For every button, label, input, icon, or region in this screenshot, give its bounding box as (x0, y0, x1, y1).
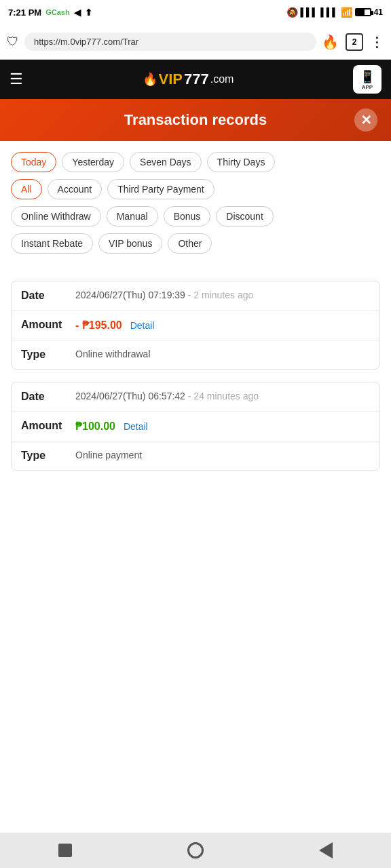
transaction-2-type-value: Online payment (75, 450, 370, 460)
transaction-1-amount: - ₱195.00 (75, 319, 122, 332)
nav-back-button[interactable] (312, 837, 339, 864)
transaction-1-type-row: Type Online withdrawal (12, 340, 379, 369)
modal-close-button[interactable]: ✕ (354, 108, 377, 132)
transaction-2-date-row: Date 2024/06/27(Thu) 06:57:42 - 24 minut… (12, 382, 379, 412)
upload-icon: ⬆ (85, 7, 92, 18)
modal-title: Transaction records (37, 111, 354, 129)
transaction-1-amount-label: Amount (21, 319, 75, 331)
battery-icon (355, 8, 371, 16)
app-download-badge[interactable]: 📱 APP (353, 65, 381, 94)
time-display: 7:21 PM (8, 7, 41, 18)
filter-third-party[interactable]: Third Party Payment (107, 179, 215, 199)
transaction-card-2: Date 2024/06/27(Thu) 06:57:42 - 24 minut… (11, 382, 380, 471)
url-bar[interactable]: https://m.0vip777.com/Trar (24, 33, 316, 51)
app-label: APP (362, 84, 373, 90)
tab-count[interactable]: 2 (346, 33, 363, 51)
transaction-2-timeago: - 24 minutes ago (188, 391, 259, 401)
transaction-1-date-label: Date (21, 290, 75, 302)
back-arrow-icon (319, 842, 333, 859)
transaction-2-date-label: Date (21, 391, 75, 403)
transaction-2-timestamp: 2024/06/27(Thu) 06:57:42 (75, 391, 185, 401)
date-filter-row: Today Yesterday Seven Days Thirty Days (11, 152, 380, 172)
transaction-1-type-value: Online withdrawal (75, 349, 370, 359)
nav-home-button[interactable] (182, 837, 209, 864)
transaction-1-detail-link[interactable]: Detail (130, 320, 155, 331)
filter-yesterday[interactable]: Yesterday (62, 152, 124, 172)
type-filter-row-1: All Account Third Party Payment (11, 179, 380, 199)
transaction-1-timeago: - 2 minutes ago (188, 290, 254, 300)
nav-square-button[interactable] (52, 837, 79, 864)
transaction-1-date-value: 2024/06/27(Thu) 07:19:39 - 2 minutes ago (75, 290, 370, 300)
shield-icon: 🛡 (7, 35, 19, 49)
location-icon: ◀ (74, 7, 81, 18)
transaction-1-amount-row: Amount - ₱195.00 Detail (12, 311, 379, 340)
filter-bonus[interactable]: Bonus (164, 206, 211, 226)
content-area: Today Yesterday Seven Days Thirty Days A… (0, 141, 391, 494)
transaction-2-detail-link[interactable]: Detail (124, 421, 148, 432)
transaction-2-amount-row: Amount ₱100.00 Detail (12, 412, 379, 441)
transaction-1-type-label: Type (21, 349, 75, 361)
signal2-icon: ▌▌▌ (320, 7, 338, 17)
transaction-2-amount-label: Amount (21, 420, 75, 432)
filter-account[interactable]: Account (48, 179, 103, 199)
filter-other[interactable]: Other (168, 233, 212, 254)
bottom-nav (0, 833, 391, 868)
type-filter-row-3: Instant Rebate VIP bonus Other (11, 233, 380, 254)
filter-all[interactable]: All (11, 179, 42, 199)
filter-discount[interactable]: Discount (216, 206, 273, 226)
logo-vip: VIP (159, 71, 183, 88)
filter-online-withdraw[interactable]: Online Withdraw (11, 206, 101, 226)
transaction-1-amount-value: - ₱195.00 Detail (75, 319, 370, 332)
phone-icon: 📱 (360, 69, 375, 84)
filter-seven-days[interactable]: Seven Days (130, 152, 201, 172)
transaction-1-timestamp: 2024/06/27(Thu) 07:19:39 (75, 290, 185, 300)
square-icon (58, 844, 72, 857)
filter-instant-rebate[interactable]: Instant Rebate (11, 233, 93, 254)
main-content: ☰ 🔥 VIP 777 .com 📱 APP Transaction recor… (0, 60, 391, 833)
circle-icon (187, 842, 204, 859)
transaction-card-1: Date 2024/06/27(Thu) 07:19:39 - 2 minute… (11, 281, 380, 370)
signal-icon: ▌▌▌ (301, 7, 318, 17)
transaction-2-amount-value: ₱100.00 Detail (75, 420, 370, 433)
transaction-2-date-value: 2024/06/27(Thu) 06:57:42 - 24 minutes ag… (75, 391, 370, 401)
filter-today[interactable]: Today (11, 152, 56, 172)
filter-vip-bonus[interactable]: VIP bonus (98, 233, 162, 254)
more-menu-icon[interactable]: ⋮ (370, 34, 384, 50)
transaction-1-date-row: Date 2024/06/27(Thu) 07:19:39 - 2 minute… (12, 281, 379, 311)
battery-fill (356, 9, 365, 15)
filter-manual[interactable]: Manual (107, 206, 158, 226)
browser-icons: 🔥 2 ⋮ (322, 33, 384, 51)
status-bar: 7:21 PM GCash ◀ ⬆ 🔕 ▌▌▌ ▌▌▌ 📶 41 (0, 0, 391, 24)
type-filter-row-2: Online Withdraw Manual Bonus Discount (11, 206, 380, 226)
filter-thirty-days[interactable]: Thirty Days (207, 152, 276, 172)
wifi-icon: 📶 (341, 7, 352, 18)
transaction-2-amount: ₱100.00 (75, 420, 115, 433)
status-left: 7:21 PM GCash ◀ ⬆ (8, 7, 92, 18)
gcash-label: GCash (45, 8, 69, 16)
modal-header: Transaction records ✕ (0, 99, 391, 141)
site-header: ☰ 🔥 VIP 777 .com 📱 APP (0, 60, 391, 99)
browser-bar: 🛡 https://m.0vip777.com/Trar 🔥 2 ⋮ (0, 24, 391, 60)
hamburger-icon[interactable]: ☰ (10, 71, 23, 88)
fire-icon[interactable]: 🔥 (322, 34, 339, 50)
battery-percent: 41 (374, 7, 383, 17)
transaction-2-type-label: Type (21, 450, 75, 462)
site-logo: 🔥 VIP 777 .com (143, 71, 234, 88)
transaction-2-type-row: Type Online payment (12, 441, 379, 470)
logo-dot: .com (210, 73, 234, 85)
mute-icon: 🔕 (286, 7, 298, 18)
logo-777: 777 (184, 71, 209, 88)
status-right: 🔕 ▌▌▌ ▌▌▌ 📶 41 (286, 7, 383, 18)
